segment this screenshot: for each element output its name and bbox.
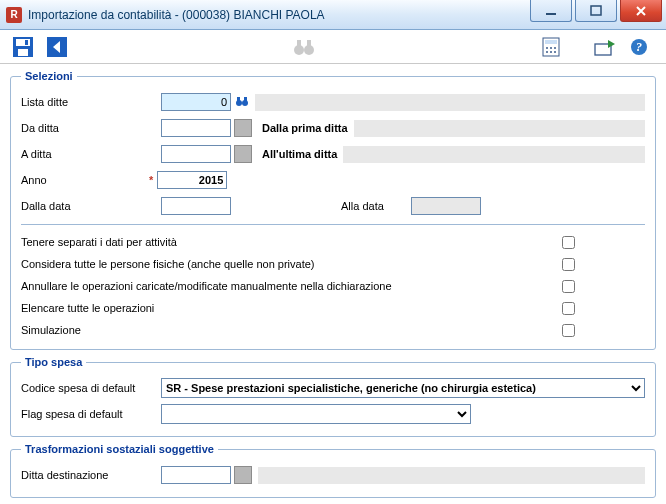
svg-rect-12 <box>545 40 557 44</box>
input-dalla-data[interactable] <box>161 197 231 215</box>
back-button[interactable] <box>42 33 72 61</box>
label-alla-data: Alla data <box>341 200 411 212</box>
label-anno: Anno <box>21 174 161 186</box>
window-title: Importazione da contabilità - (000038) B… <box>28 8 325 22</box>
svg-point-17 <box>550 51 552 53</box>
check-elencare[interactable] <box>562 302 575 315</box>
lista-ditte-display <box>255 94 645 111</box>
svg-rect-10 <box>307 40 311 46</box>
da-ditta-display <box>354 120 645 137</box>
label-ditta-destinazione: Ditta destinazione <box>21 469 161 481</box>
svg-rect-1 <box>591 6 601 15</box>
required-indicator: * <box>149 174 153 186</box>
svg-point-13 <box>546 47 548 49</box>
label-da-ditta: Da ditta <box>21 122 161 134</box>
label-a-ditta: A ditta <box>21 148 161 160</box>
check-separati[interactable] <box>562 236 575 249</box>
legend-selezioni: Selezioni <box>21 70 77 82</box>
check-label-elencare: Elencare tutte le operazioni <box>21 302 562 314</box>
label-dalla-data: Dalla data <box>21 200 161 212</box>
a-ditta-display <box>343 146 645 163</box>
input-alla-data[interactable] <box>411 197 481 215</box>
check-label-separati: Tenere separati i dati per attività <box>21 236 562 248</box>
check-options: Tenere separati i dati per attività Cons… <box>21 224 645 341</box>
legend-tipo-spesa: Tipo spesa <box>21 356 86 368</box>
check-label-annullare: Annullare le operazioni caricate/modific… <box>21 280 562 292</box>
svg-rect-5 <box>25 40 28 45</box>
check-annullare[interactable] <box>562 280 575 293</box>
minimize-button[interactable] <box>530 0 572 22</box>
calculator-button[interactable] <box>536 33 566 61</box>
svg-point-15 <box>554 47 556 49</box>
input-a-ditta[interactable] <box>161 145 231 163</box>
maximize-button[interactable] <box>575 0 617 22</box>
content-area: Selezioni Lista ditte Da ditta Dalla pri… <box>0 64 666 504</box>
binoculars-small-icon[interactable] <box>235 95 249 109</box>
check-simulazione[interactable] <box>562 324 575 337</box>
svg-rect-25 <box>244 97 247 101</box>
svg-point-8 <box>304 45 314 55</box>
a-ditta-suffix: All'ultima ditta <box>262 148 337 160</box>
svg-point-7 <box>294 45 304 55</box>
svg-rect-24 <box>237 97 240 101</box>
svg-point-16 <box>546 51 548 53</box>
svg-text:?: ? <box>636 40 642 54</box>
check-label-persone-fisiche: Considera tutte le persone fisiche (anch… <box>21 258 562 270</box>
label-lista-ditte: Lista ditte <box>21 96 161 108</box>
svg-rect-4 <box>18 49 28 56</box>
toolbar: ? <box>0 30 666 64</box>
close-button[interactable] <box>620 0 662 22</box>
ditta-dest-lookup-button[interactable] <box>234 466 252 484</box>
fieldset-trasformazioni: Trasformazioni sostaziali soggettive Dit… <box>10 443 656 498</box>
ditta-dest-display <box>258 467 645 484</box>
input-ditta-destinazione[interactable] <box>161 466 231 484</box>
check-persone-fisiche[interactable] <box>562 258 575 271</box>
svg-point-14 <box>550 47 552 49</box>
da-ditta-lookup-button[interactable] <box>234 119 252 137</box>
input-lista-ditte[interactable] <box>161 93 231 111</box>
select-codice-spesa[interactable]: SR - Spese prestazioni specialistiche, g… <box>161 378 645 398</box>
legend-trasformazioni: Trasformazioni sostaziali soggettive <box>21 443 218 455</box>
app-icon: R <box>6 7 22 23</box>
label-flag-spesa: Flag spesa di default <box>21 408 161 420</box>
svg-point-18 <box>554 51 556 53</box>
export-button[interactable] <box>590 33 620 61</box>
save-button[interactable] <box>8 33 38 61</box>
input-anno[interactable] <box>157 171 227 189</box>
da-ditta-suffix: Dalla prima ditta <box>262 122 348 134</box>
select-flag-spesa[interactable] <box>161 404 471 424</box>
check-label-simulazione: Simulazione <box>21 324 562 336</box>
svg-rect-0 <box>546 13 556 15</box>
help-button[interactable]: ? <box>624 33 654 61</box>
label-codice-spesa: Codice spesa di default <box>21 382 161 394</box>
fieldset-selezioni: Selezioni Lista ditte Da ditta Dalla pri… <box>10 70 656 350</box>
svg-rect-9 <box>297 40 301 46</box>
a-ditta-lookup-button[interactable] <box>234 145 252 163</box>
titlebar: R Importazione da contabilità - (000038)… <box>0 0 666 30</box>
binoculars-icon[interactable] <box>289 33 319 61</box>
input-da-ditta[interactable] <box>161 119 231 137</box>
fieldset-tipo-spesa: Tipo spesa Codice spesa di default SR - … <box>10 356 656 437</box>
